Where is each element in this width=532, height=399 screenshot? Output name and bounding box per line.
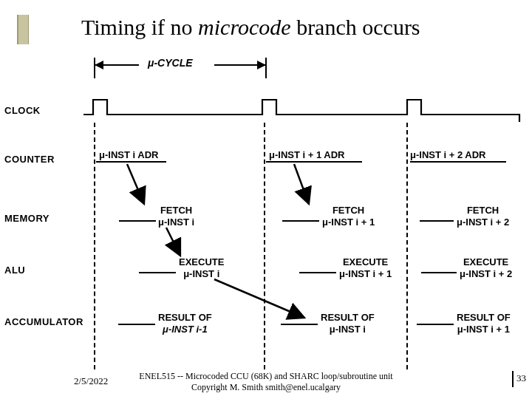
page-title: Timing if no microcode branch occurs <box>81 15 420 40</box>
timing-diagram: CLOCK COUNTER MEMORY ALU ACCUMULATOR μ-C… <box>0 52 532 377</box>
svg-line-8 <box>214 279 304 318</box>
title-post: branch occurs <box>291 15 420 39</box>
decorative-bar <box>17 15 29 44</box>
footer-center: ENEL515 -- Microcoded CCU (68K) and SHAR… <box>0 371 532 393</box>
svg-line-6 <box>127 164 144 204</box>
footer-page: 33 <box>512 371 526 387</box>
svg-line-7 <box>166 228 180 256</box>
footer-line1: ENEL515 -- Microcoded CCU (68K) and SHAR… <box>139 371 392 381</box>
footer-page-num: 33 <box>516 372 526 383</box>
footer-line2: Copyright M. Smith smith@enel.ucalgary <box>191 382 341 392</box>
title-ital: microcode <box>198 15 291 39</box>
pipeline-arrows <box>0 52 532 377</box>
title-pre: Timing if no <box>81 15 198 39</box>
footer-page-bar <box>512 371 514 387</box>
svg-line-9 <box>294 164 309 204</box>
